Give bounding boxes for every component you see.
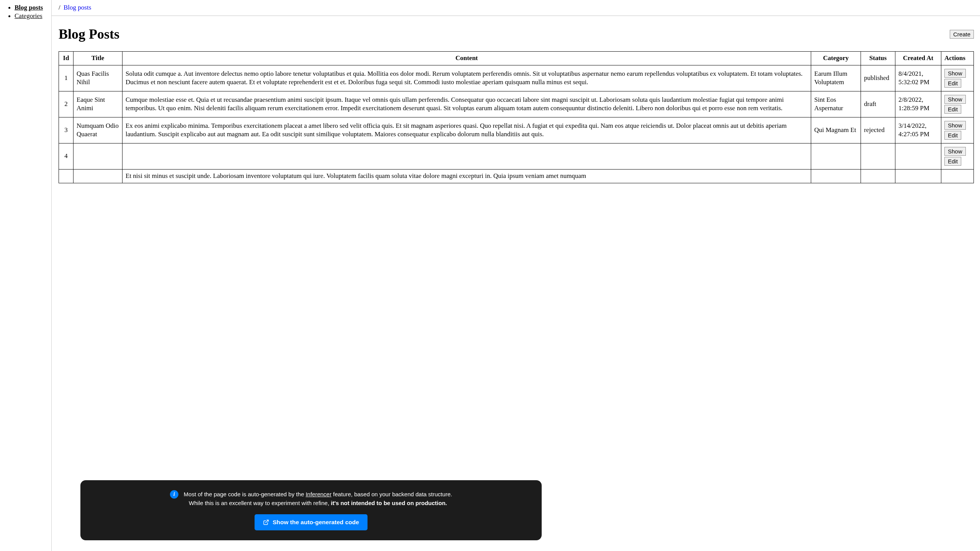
cell-created: 8/4/2021, 5:32:02 PM bbox=[895, 65, 941, 91]
sidebar: Blog posts Categories bbox=[0, 0, 52, 551]
cell-title: Eaque Sint Animi bbox=[74, 91, 122, 117]
cell-created bbox=[895, 143, 941, 169]
cell-status: draft bbox=[861, 91, 895, 117]
svg-line-0 bbox=[266, 520, 268, 523]
edit-button[interactable]: Edit bbox=[944, 131, 961, 140]
cell-id bbox=[59, 169, 74, 183]
cell-id: 3 bbox=[59, 117, 74, 143]
show-code-label: Show the auto-generated code bbox=[273, 519, 359, 526]
cell-content: Et nisi sit minus et suscipit unde. Labo… bbox=[122, 169, 811, 183]
col-header-category: Category bbox=[811, 52, 861, 65]
cell-category: Qui Magnam Et bbox=[811, 117, 861, 143]
inferencer-link[interactable]: Inferencer bbox=[305, 491, 332, 497]
col-header-created: Created At bbox=[895, 52, 941, 65]
cell-created: 3/14/2022, 4:27:05 PM bbox=[895, 117, 941, 143]
cell-status bbox=[861, 169, 895, 183]
col-header-actions: Actions bbox=[941, 52, 974, 65]
col-header-content: Content bbox=[122, 52, 811, 65]
table-row: 2Eaque Sint AnimiCumque molestiae esse e… bbox=[59, 91, 974, 117]
table-row: 1Quas Facilis NihilSoluta odit cumque a.… bbox=[59, 65, 974, 91]
table-row: 3Numquam Odio QuaeratEx eos animi explic… bbox=[59, 117, 974, 143]
table-row: 4ShowEdit bbox=[59, 143, 974, 169]
cell-id: 4 bbox=[59, 143, 74, 169]
col-header-id: Id bbox=[59, 52, 74, 65]
cell-title: Numquam Odio Quaerat bbox=[74, 117, 122, 143]
edit-button[interactable]: Edit bbox=[944, 105, 961, 114]
col-header-title: Title bbox=[74, 52, 122, 65]
cell-title bbox=[74, 169, 122, 183]
cell-content: Soluta odit cumque a. Aut inventore dele… bbox=[122, 65, 811, 91]
cell-created: 2/8/2022, 1:28:59 PM bbox=[895, 91, 941, 117]
cell-content: Cumque molestiae esse et. Quia et ut rec… bbox=[122, 91, 811, 117]
main-area: / Blog posts Blog Posts Create Id Title … bbox=[52, 0, 980, 551]
col-header-status: Status bbox=[861, 52, 895, 65]
sidebar-item-categories[interactable]: Categories bbox=[15, 12, 42, 20]
launch-icon bbox=[263, 519, 269, 525]
breadcrumb: / Blog posts bbox=[52, 0, 980, 16]
breadcrumb-link-blog-posts[interactable]: Blog posts bbox=[64, 4, 91, 11]
edit-button[interactable]: Edit bbox=[944, 79, 961, 88]
cell-category: Earum Illum Voluptatem bbox=[811, 65, 861, 91]
cell-content: Ex eos animi explicabo minima. Temporibu… bbox=[122, 117, 811, 143]
cell-title bbox=[74, 143, 122, 169]
toast-text: Most of the page code is auto-generated … bbox=[184, 490, 452, 507]
cell-actions: ShowEdit bbox=[941, 91, 974, 117]
blog-posts-table: Id Title Content Category Status Created… bbox=[59, 51, 974, 183]
show-button[interactable]: Show bbox=[944, 69, 966, 78]
show-button[interactable]: Show bbox=[944, 121, 966, 130]
cell-category bbox=[811, 143, 861, 169]
inferencer-toast: i Most of the page code is auto-generate… bbox=[80, 480, 542, 540]
cell-actions: ShowEdit bbox=[941, 65, 974, 91]
cell-actions bbox=[941, 169, 974, 183]
cell-title: Quas Facilis Nihil bbox=[74, 65, 122, 91]
show-code-button[interactable]: Show the auto-generated code bbox=[255, 514, 368, 530]
cell-status: rejected bbox=[861, 117, 895, 143]
page-title: Blog Posts bbox=[59, 26, 119, 42]
cell-actions: ShowEdit bbox=[941, 117, 974, 143]
cell-id: 2 bbox=[59, 91, 74, 117]
sidebar-item-blog-posts[interactable]: Blog posts bbox=[15, 4, 43, 11]
cell-status: published bbox=[861, 65, 895, 91]
create-button[interactable]: Create bbox=[950, 30, 974, 39]
cell-created bbox=[895, 169, 941, 183]
edit-button[interactable]: Edit bbox=[944, 157, 961, 166]
cell-category: Sint Eos Aspernatur bbox=[811, 91, 861, 117]
cell-status bbox=[861, 143, 895, 169]
cell-actions: ShowEdit bbox=[941, 143, 974, 169]
cell-category bbox=[811, 169, 861, 183]
info-icon: i bbox=[170, 490, 178, 499]
cell-content bbox=[122, 143, 811, 169]
cell-id: 1 bbox=[59, 65, 74, 91]
table-row: Et nisi sit minus et suscipit unde. Labo… bbox=[59, 169, 974, 183]
breadcrumb-sep: / bbox=[59, 4, 60, 11]
show-button[interactable]: Show bbox=[944, 95, 966, 104]
show-button[interactable]: Show bbox=[944, 147, 966, 156]
